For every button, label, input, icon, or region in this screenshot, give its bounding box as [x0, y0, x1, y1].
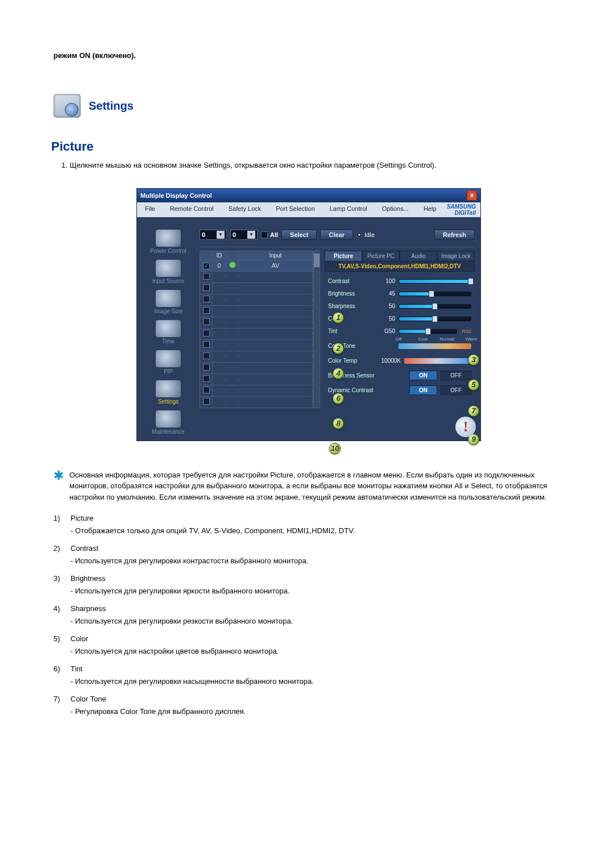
- chevron-down-icon: ▼: [217, 231, 225, 239]
- menu-help[interactable]: Help: [417, 203, 443, 216]
- row-checkbox[interactable]: [203, 296, 210, 302]
- row-id: 0: [213, 261, 226, 270]
- window-title: Multiple Display Control: [140, 192, 212, 199]
- row-id: [213, 310, 226, 312]
- row-checkbox[interactable]: [203, 375, 210, 382]
- clear-button[interactable]: Clear: [320, 230, 353, 240]
- row-checkbox[interactable]: [203, 352, 210, 359]
- sidebar-item-time[interactable]: Time: [156, 320, 181, 344]
- close-button[interactable]: ×: [467, 190, 477, 201]
- row-input: [239, 378, 313, 380]
- row-input: [239, 321, 313, 323]
- id-from-select[interactable]: 0▼: [200, 230, 227, 240]
- menu-remote-control[interactable]: Remote Control: [163, 203, 221, 216]
- dynamic-contrast-off-button[interactable]: OFF: [441, 385, 471, 395]
- dynamic-contrast-on-button[interactable]: ON: [409, 385, 437, 395]
- refresh-button[interactable]: Refresh: [434, 230, 475, 240]
- slider-track[interactable]: [399, 304, 471, 309]
- row-checkbox[interactable]: [203, 263, 210, 269]
- slider-track[interactable]: [399, 329, 457, 334]
- sidebar-item-label: Time: [156, 338, 181, 344]
- table-row[interactable]: [200, 305, 313, 317]
- tab-audio[interactable]: Audio: [400, 251, 437, 261]
- table-row[interactable]: 0AV: [200, 260, 313, 271]
- brightness-sensor-on-button[interactable]: ON: [409, 371, 437, 380]
- row-checkbox[interactable]: [203, 398, 210, 405]
- sidebar-item-input-source[interactable]: Input Source: [152, 260, 185, 284]
- row-checkbox[interactable]: [203, 341, 210, 348]
- menu-safety-lock[interactable]: Safety Lock: [222, 203, 268, 216]
- menu-file[interactable]: File: [138, 203, 162, 216]
- row-id: [213, 321, 226, 323]
- top-controls: 0▼ 0▼ All Select Clear Idle Refresh: [200, 230, 475, 240]
- list-item: 1)Picture- Отображается только для опций…: [53, 513, 564, 536]
- row-id: [213, 344, 226, 346]
- menu-options[interactable]: Options...: [375, 203, 416, 216]
- table-row[interactable]: [200, 373, 313, 385]
- table-row[interactable]: [200, 339, 313, 351]
- table-row[interactable]: [200, 317, 313, 328]
- tab-picture[interactable]: Picture: [325, 251, 362, 261]
- color-tone-row: Color ToneOffCoolNormalWarm: [328, 338, 471, 355]
- table-row[interactable]: [200, 271, 313, 283]
- table-row[interactable]: [200, 362, 313, 373]
- idle-radio[interactable]: Idle: [356, 231, 375, 238]
- row-checkbox[interactable]: [203, 284, 210, 291]
- sidebar-item-pip[interactable]: PIP: [156, 350, 181, 375]
- slider-track[interactable]: [399, 317, 471, 321]
- table-row[interactable]: [200, 351, 313, 362]
- tab-picture-pc[interactable]: Picture PC: [362, 251, 400, 261]
- row-id: [213, 389, 226, 392]
- item-desc: - Используется для настройки цветов выбр…: [70, 646, 564, 657]
- row-input: [239, 333, 313, 335]
- slider-value: 50: [376, 315, 395, 322]
- menu-bar: File Remote Control Safety Lock Port Sel…: [137, 202, 480, 217]
- select-button[interactable]: Select: [281, 230, 317, 240]
- slider-track[interactable]: [399, 279, 471, 284]
- id-to-select[interactable]: 0▼: [230, 230, 258, 240]
- row-checkbox[interactable]: [203, 318, 210, 325]
- item-number: 3): [53, 573, 66, 596]
- menu-lamp-control[interactable]: Lamp Control: [323, 203, 374, 216]
- callout-7: 7: [468, 405, 479, 417]
- grid-col-id: ID: [213, 251, 226, 260]
- list-item: 2)Contrast- Используется для регулировки…: [53, 543, 564, 566]
- sidebar-item-power-control[interactable]: Power Control: [150, 230, 186, 254]
- slider-track[interactable]: [399, 292, 471, 296]
- settings-panel: PicturePicture PCAudioImage Lock TV,AV,S…: [325, 251, 475, 408]
- table-row[interactable]: [200, 385, 313, 396]
- table-row[interactable]: [200, 328, 313, 339]
- row-checkbox[interactable]: [203, 387, 210, 393]
- brightness-sensor-off-button[interactable]: OFF: [441, 371, 471, 380]
- all-checkbox[interactable]: All: [261, 231, 278, 238]
- grid-col-lamp: [226, 251, 239, 260]
- colortemp-slider[interactable]: [404, 358, 471, 364]
- sidebar-icon: [156, 230, 181, 247]
- sidebar-item-image-size[interactable]: Image Size: [154, 290, 182, 314]
- menu-port-selection[interactable]: Port Selection: [269, 203, 321, 216]
- colortemp-label: Color Temp: [328, 358, 372, 364]
- alert-icon: !: [455, 417, 476, 437]
- color-temp-row: Color Temp10000K: [328, 355, 471, 367]
- grid-col-check: [200, 251, 213, 260]
- intro-text: режим ON (включено).: [53, 51, 564, 60]
- item-title: Brightness: [70, 573, 564, 584]
- row-checkbox[interactable]: [203, 307, 210, 314]
- colortone-slider[interactable]: OffCoolNormalWarm: [399, 343, 471, 349]
- sidebar-item-label: PIP: [156, 368, 181, 375]
- sidebar-item-settings[interactable]: Settings: [156, 380, 181, 405]
- brightness-sensor-row: Brightness SensorONOFF: [328, 369, 471, 382]
- row-checkbox[interactable]: [203, 364, 210, 371]
- callout-8: 8: [333, 418, 344, 429]
- sidebar-item-maintenance[interactable]: Maintenance: [152, 410, 184, 435]
- table-row[interactable]: [200, 396, 313, 408]
- row-checkbox[interactable]: [203, 330, 210, 337]
- item-number: 6): [53, 663, 66, 687]
- grid-scrollbar[interactable]: [313, 251, 320, 408]
- table-row[interactable]: [200, 294, 313, 305]
- table-row[interactable]: [200, 283, 313, 294]
- item-title: Tint: [70, 663, 564, 675]
- row-checkbox[interactable]: [203, 273, 210, 280]
- tab-image-lock[interactable]: Image Lock: [437, 251, 475, 261]
- row-input: AV: [239, 261, 313, 270]
